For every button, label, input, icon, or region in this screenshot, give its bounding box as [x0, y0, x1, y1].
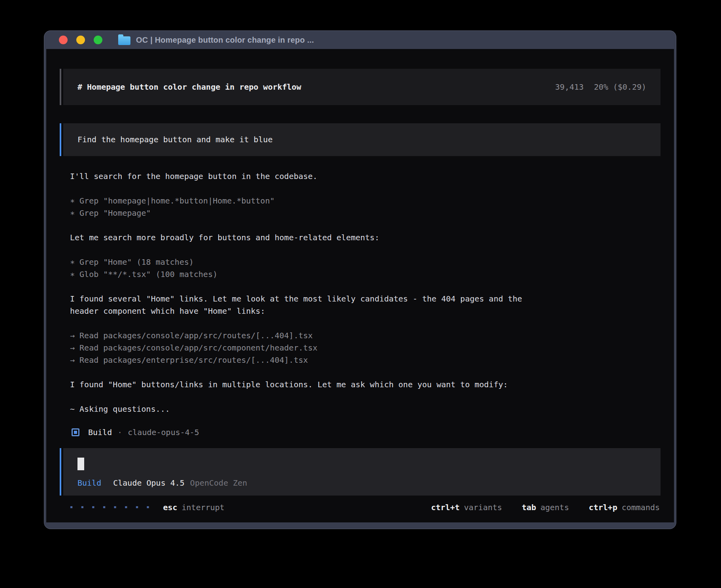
text-cursor — [77, 458, 84, 470]
provider-label: OpenCode Zen — [190, 478, 247, 488]
shortcut-label: commands — [622, 503, 660, 512]
user-message-text: Find the homepage button and make it blu… — [63, 123, 661, 156]
tool-call-text: Read packages/enterprise/src/routes/[...… — [79, 355, 308, 365]
tool-call-text: Grep "Homepage" — [79, 208, 151, 218]
terminal-content: # Homepage button color change in repo w… — [46, 49, 674, 522]
window-title: OC | Homepage button color change in rep… — [136, 36, 314, 45]
dot-separator: · — [117, 428, 122, 437]
composer-meta: Build Claude Opus 4.5 OpenCode Zen — [77, 478, 646, 488]
composer: Build Claude Opus 4.5 OpenCode Zen — [60, 448, 661, 496]
build-agent-icon — [72, 428, 79, 436]
tool-call-text: Grep "Home" (18 matches) — [79, 257, 194, 267]
arrow-right-icon: → — [70, 355, 75, 365]
agent-name: Build — [88, 428, 112, 437]
tool-call-text: Grep "homepage|home.*button|Home.*button… — [79, 196, 275, 205]
model-label[interactable]: Claude Opus 4.5 — [113, 478, 185, 488]
user-message-accent-bar — [60, 123, 61, 156]
shortcut-key: tab — [522, 503, 536, 512]
shortcut-key: esc — [163, 503, 177, 512]
session-header: # Homepage button color change in repo w… — [60, 69, 661, 105]
arrow-right-icon: → — [70, 331, 75, 340]
assistant-paragraph: Let me search more broadly for buttons a… — [70, 232, 551, 244]
tool-call-glob: ∗Glob "**/*.tsx" (100 matches) — [70, 268, 661, 281]
shortcut-commands[interactable]: ctrl+p commands — [589, 503, 660, 512]
spinner-dots-icon: ▪ ▪ ▪ ▪ ▪ ▪ ▪ ▪ — [70, 504, 152, 510]
tilde-icon: ~ — [70, 404, 75, 414]
shortcut-agents[interactable]: tab agents — [522, 503, 569, 512]
composer-accent-bar — [60, 448, 61, 496]
shortcut-interrupt[interactable]: esc interrupt — [163, 503, 225, 512]
mode-label[interactable]: Build — [77, 478, 101, 488]
tool-bullet-icon: ∗ — [70, 208, 75, 218]
session-header-accent-bar — [60, 69, 61, 105]
shortcut-key: ctrl+p — [589, 503, 617, 512]
zoom-button[interactable] — [94, 36, 102, 44]
agent-status: Build · claude-opus-4-5 — [60, 428, 661, 437]
status-footer: ▪ ▪ ▪ ▪ ▪ ▪ ▪ ▪ esc interrupt ctrl+t var… — [60, 503, 661, 512]
folder-icon — [118, 36, 130, 45]
titlebar-title-group: OC | Homepage button color change in rep… — [118, 35, 314, 45]
agent-model: claude-opus-4-5 — [128, 428, 199, 437]
status-text: Asking questions... — [79, 404, 170, 414]
assistant-paragraph: I found several "Home" links. Let me loo… — [70, 293, 551, 317]
user-message: Find the homepage button and make it blu… — [60, 123, 661, 156]
shortcut-key: ctrl+t — [431, 503, 459, 512]
tool-call-text: Read packages/console/app/src/component/… — [79, 343, 317, 352]
context-usage: 20% ($0.29) — [594, 82, 646, 92]
tool-call-grep: ∗Grep "Home" (18 matches) — [70, 256, 661, 268]
minimize-button[interactable] — [76, 36, 85, 44]
close-button[interactable] — [59, 36, 68, 44]
tool-call-grep: ∗Grep "homepage|home.*button|Home.*butto… — [70, 195, 661, 207]
shortcut-label: interrupt — [182, 503, 225, 512]
prompt-input[interactable] — [77, 458, 646, 470]
token-count: 39,413 — [555, 82, 583, 92]
tool-bullet-icon: ∗ — [70, 196, 75, 205]
tool-call-read: →Read packages/console/app/src/routes/[.… — [70, 330, 661, 342]
shortcut-label: variants — [464, 503, 502, 512]
tool-call-text: Glob "**/*.tsx" (100 matches) — [79, 270, 217, 279]
session-stats: 39,413 20% ($0.29) — [555, 82, 646, 92]
assistant-paragraph: I found "Home" buttons/links in multiple… — [70, 379, 551, 391]
session-title: # Homepage button color change in repo w… — [77, 82, 301, 92]
window-bottom-edge — [46, 522, 674, 529]
tool-call-grep: ∗Grep "Homepage" — [70, 207, 661, 219]
assistant-transcript: I'll search for the homepage button in t… — [60, 170, 661, 415]
arrow-right-icon: → — [70, 343, 75, 352]
tool-bullet-icon: ∗ — [70, 257, 75, 267]
tool-bullet-icon: ∗ — [70, 270, 75, 279]
tool-call-read: →Read packages/enterprise/src/routes/[..… — [70, 354, 661, 366]
tool-call-text: Read packages/console/app/src/routes/[..… — [79, 331, 313, 340]
traffic-lights — [59, 36, 102, 44]
tool-call-read: →Read packages/console/app/src/component… — [70, 342, 661, 354]
assistant-paragraph: I'll search for the homepage button in t… — [70, 170, 551, 183]
shortcut-label: agents — [540, 503, 569, 512]
terminal-window: OC | Homepage button color change in rep… — [44, 31, 676, 529]
asking-questions-status: ~Asking questions... — [70, 403, 551, 415]
titlebar: OC | Homepage button color change in rep… — [46, 31, 674, 49]
shortcut-variants[interactable]: ctrl+t variants — [431, 503, 502, 512]
